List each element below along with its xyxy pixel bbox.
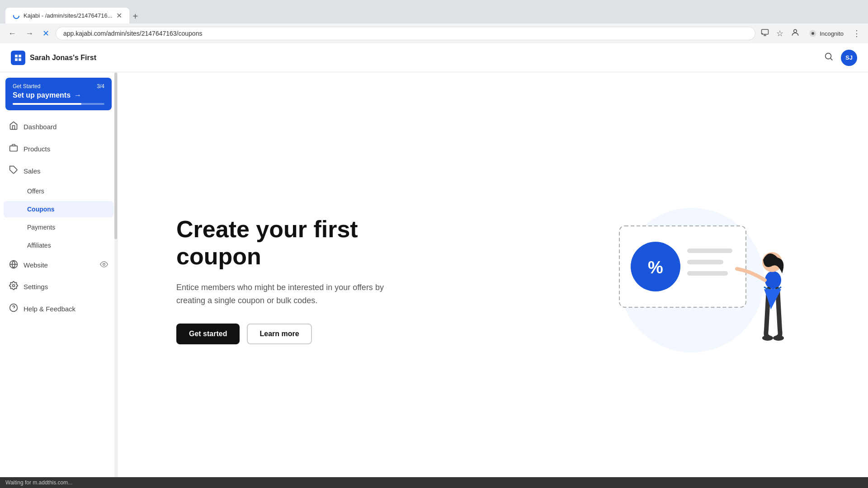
sidebar-item-payments[interactable]: Payments [4, 219, 113, 235]
svg-point-5 [826, 53, 831, 59]
cast-icon[interactable] [759, 27, 771, 41]
active-tab[interactable]: Kajabi - /admin/sites/214764716... ✕ [5, 8, 129, 23]
address-bar[interactable] [56, 27, 755, 40]
svg-point-23 [762, 335, 773, 341]
get-started-button[interactable]: Get started [176, 324, 240, 344]
main-content: Create your first coupon Entice members … [118, 72, 868, 488]
home-icon [9, 121, 18, 132]
learn-more-button[interactable]: Learn more [247, 324, 311, 344]
reload-button[interactable]: ✕ [40, 27, 52, 40]
sidebar-item-settings[interactable]: Settings [0, 276, 117, 298]
eye-icon[interactable] [100, 260, 108, 270]
user-avatar-button[interactable]: SJ [841, 50, 857, 66]
status-text: Waiting for m.addthis.com... [5, 479, 72, 486]
svg-point-0 [14, 13, 19, 19]
svg-point-24 [773, 335, 784, 341]
svg-rect-18 [687, 249, 732, 253]
coupon-illustration: % [583, 190, 809, 371]
bookmark-icon[interactable]: ☆ [774, 27, 785, 40]
main-heading: Create your first coupon [176, 216, 411, 270]
scrollbar-thumb [114, 73, 117, 239]
incognito-label: Incognito [820, 30, 844, 37]
logo-icon [11, 51, 25, 65]
back-button[interactable]: ← [5, 27, 19, 40]
site-name: Sarah Jonas's First [30, 54, 96, 62]
dashboard-label: Dashboard [24, 123, 57, 131]
progress-bar-fill [13, 103, 81, 105]
sidebar-item-website[interactable]: Website [0, 254, 117, 276]
tab-close-button[interactable]: ✕ [116, 11, 122, 20]
help-label: Help & Feedback [24, 305, 75, 313]
products-icon [9, 143, 18, 155]
site-logo: Sarah Jonas's First [11, 51, 96, 65]
svg-point-2 [794, 29, 797, 33]
main-container: Get Started 3/4 Set up payments → Dashbo… [0, 72, 868, 488]
app-header: Sarah Jonas's First SJ [0, 43, 868, 72]
sidebar-scrollbar[interactable] [114, 72, 117, 488]
sidebar-item-help[interactable]: Help & Feedback [0, 298, 117, 320]
new-tab-button[interactable]: + [129, 9, 142, 23]
content-text: Create your first coupon Entice members … [176, 216, 411, 344]
browser-tab-bar: Kajabi - /admin/sites/214764716... ✕ + [0, 0, 868, 23]
help-icon [9, 303, 18, 314]
svg-point-10 [103, 263, 105, 265]
content-inner: Create your first coupon Entice members … [176, 190, 809, 371]
sidebar-item-sales[interactable]: Sales [0, 160, 117, 182]
svg-rect-19 [687, 260, 723, 264]
profile-icon[interactable] [789, 26, 802, 41]
svg-point-4 [811, 32, 814, 35]
menu-button[interactable]: ⋮ [851, 27, 863, 40]
main-description: Entice members who might be interested i… [176, 281, 411, 307]
header-right: SJ [824, 50, 857, 66]
progress-bar-background [13, 103, 104, 105]
sidebar: Get Started 3/4 Set up payments → Dashbo… [0, 72, 118, 488]
svg-point-21 [765, 271, 781, 289]
settings-label: Settings [24, 283, 48, 291]
get-started-label: Get Started 3/4 [13, 83, 104, 89]
tab-title: Kajabi - /admin/sites/214764716... [24, 12, 113, 19]
content-actions: Get started Learn more [176, 324, 411, 344]
website-icon [9, 260, 18, 270]
browser-status-bar: Waiting for m.addthis.com... [0, 477, 868, 488]
sidebar-item-dashboard[interactable]: Dashboard [0, 116, 117, 138]
arrow-icon: → [74, 91, 81, 99]
settings-icon [9, 281, 18, 292]
search-button[interactable] [824, 52, 834, 64]
website-label: Website [24, 261, 48, 269]
svg-rect-6 [10, 146, 18, 151]
nav-icons: ☆ Incognito ⋮ [759, 26, 863, 41]
incognito-button[interactable]: Incognito [805, 28, 847, 39]
get-started-title: Set up payments → [13, 91, 104, 99]
sidebar-item-offers[interactable]: Offers [4, 183, 113, 199]
forward-button[interactable]: → [23, 27, 36, 40]
sidebar-item-products[interactable]: Products [0, 138, 117, 160]
svg-point-11 [13, 285, 15, 287]
sidebar-item-affiliates[interactable]: Affiliates [4, 237, 113, 253]
app-layout: Sarah Jonas's First SJ Get Started 3/4 S… [0, 43, 868, 488]
tab-favicon-spinner [13, 12, 20, 19]
get-started-card[interactable]: Get Started 3/4 Set up payments → [5, 78, 112, 110]
sidebar-item-coupons[interactable]: Coupons [4, 201, 113, 217]
svg-text:%: % [648, 258, 663, 277]
sales-icon [9, 165, 18, 177]
sales-label: Sales [24, 167, 41, 175]
svg-rect-20 [687, 271, 728, 276]
browser-nav-bar: ← → ✕ ☆ Incognito ⋮ [0, 23, 868, 43]
products-label: Products [24, 145, 50, 153]
